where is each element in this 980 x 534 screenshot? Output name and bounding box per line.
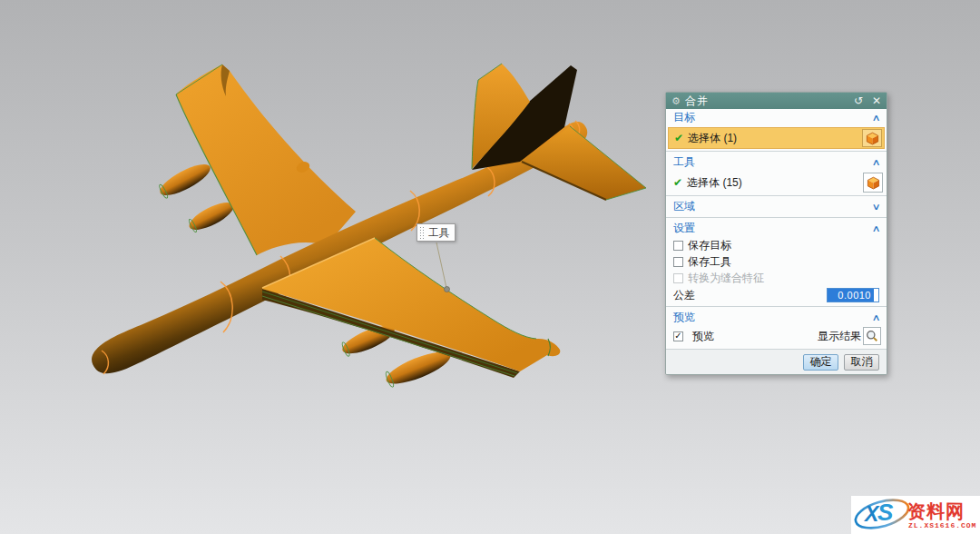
section-preview-header[interactable]: 预览 ∧ xyxy=(666,309,887,326)
keep-target-label: 保存目标 xyxy=(688,238,731,253)
preview-label: 预览 xyxy=(692,329,714,344)
close-icon[interactable]: ✕ xyxy=(872,95,881,106)
watermark-logo: X S 资料网 ZL.XS1616.COM xyxy=(851,496,980,534)
tool-tag[interactable]: 工具 xyxy=(416,223,456,242)
section-region-header[interactable]: 区域 ∨ xyxy=(666,198,887,215)
keep-tool-label: 保存工具 xyxy=(688,254,731,270)
tool-select-row[interactable]: ✔ 选择体 (15) xyxy=(668,172,885,193)
tolerance-row: 公差 0.0010 xyxy=(666,286,887,304)
tolerance-input[interactable]: 0.0010 xyxy=(827,288,879,302)
section-target-title: 目标 xyxy=(673,110,695,125)
chevron-up-icon[interactable]: ∧ xyxy=(871,113,880,123)
watermark-site-name: 资料网 xyxy=(907,501,965,521)
checkmark-icon: ✔ xyxy=(674,132,683,144)
chevron-up-icon[interactable]: ∧ xyxy=(871,157,880,167)
chevron-up-icon[interactable]: ∧ xyxy=(871,223,880,233)
tolerance-caret xyxy=(874,289,878,302)
dialog-footer: 确定 取消 xyxy=(666,349,887,374)
tag-label: 工具 xyxy=(428,226,449,240)
cancel-button[interactable]: 取消 xyxy=(844,354,879,371)
keep-tool-checkbox[interactable] xyxy=(673,257,683,267)
preview-row: ✓ 预览 显示结果 xyxy=(666,326,887,346)
tolerance-value: 0.0010 xyxy=(828,289,874,302)
target-select-label: 选择体 (1) xyxy=(688,131,737,146)
section-settings-header[interactable]: 设置 ∧ xyxy=(666,220,887,237)
checkmark-icon: ✔ xyxy=(673,176,682,189)
preview-checkbox[interactable]: ✓ xyxy=(673,331,683,341)
application-window: 工具 ⚙ 合并 ↺ ✕ 目标 ∧ ✔ 选择体 (1) xyxy=(0,0,980,534)
dialog-title: 合并 xyxy=(685,94,709,109)
show-result-magnifier-icon[interactable] xyxy=(863,327,881,345)
dialog-titlebar[interactable]: ⚙ 合并 ↺ ✕ xyxy=(666,93,887,109)
gear-icon[interactable]: ⚙ xyxy=(671,95,681,107)
section-preview-title: 预览 xyxy=(673,310,695,325)
section-region-title: 区域 xyxy=(673,199,695,214)
keep-tool-row[interactable]: 保存工具 xyxy=(666,253,887,270)
convert-to-sew-label: 转换为缝合特征 xyxy=(688,271,764,286)
section-tool-title: 工具 xyxy=(673,154,695,170)
watermark-site-url: ZL.XS1616.COM xyxy=(908,521,976,529)
section-settings-title: 设置 xyxy=(673,221,695,236)
section-tool-header[interactable]: 工具 ∧ xyxy=(666,153,887,171)
watermark-logo-s: S xyxy=(877,499,894,526)
convert-to-sew-checkbox xyxy=(673,273,683,283)
show-result-label: 显示结果 xyxy=(818,329,861,344)
chevron-up-icon[interactable]: ∧ xyxy=(871,312,880,322)
chevron-down-icon[interactable]: ∨ xyxy=(871,202,880,212)
tag-grip-dots-icon[interactable] xyxy=(419,226,425,239)
engine-pod-far-1[interactable] xyxy=(156,159,214,202)
keep-target-row[interactable]: 保存目标 xyxy=(666,237,887,253)
target-body-cube-icon[interactable] xyxy=(862,129,882,147)
ok-button[interactable]: 确定 xyxy=(803,354,838,371)
target-select-row[interactable]: ✔ 选择体 (1) xyxy=(668,127,885,149)
reset-icon[interactable]: ↺ xyxy=(854,95,863,106)
convert-to-sew-row: 转换为缝合特征 xyxy=(666,270,887,286)
section-target-header[interactable]: 目标 ∧ xyxy=(666,109,887,126)
unite-dialog: ⚙ 合并 ↺ ✕ 目标 ∧ ✔ 选择体 (1) xyxy=(665,92,887,375)
keep-target-checkbox[interactable] xyxy=(673,241,683,251)
tool-select-label: 选择体 (15) xyxy=(687,175,742,191)
tolerance-label: 公差 xyxy=(673,288,695,303)
tool-body-cube-icon[interactable] xyxy=(863,173,883,193)
